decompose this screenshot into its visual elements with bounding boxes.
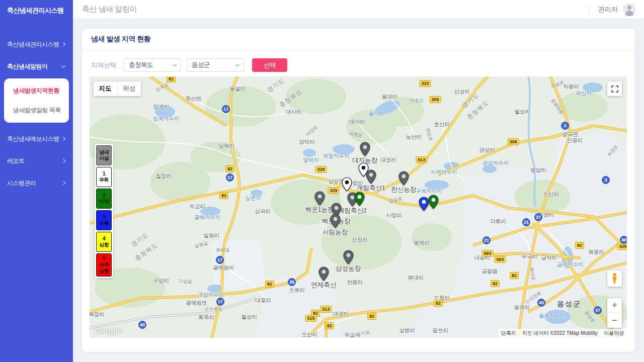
person-icon <box>627 6 631 10</box>
marker-pin-icon <box>360 142 370 157</box>
sidebar-nav: 축산냄새관리시스템축산냄새알림이냄새발생지역현황냄새발생알림 목록축산냄새예보시… <box>0 33 73 194</box>
divider <box>589 5 589 15</box>
marker-pin-icon <box>314 191 325 206</box>
region-select-label: 지역선택 <box>91 61 116 70</box>
marker-pin-icon <box>342 177 352 192</box>
select-button[interactable]: 선택 <box>252 58 287 72</box>
map-data-text: 지도 데이터 ©2022 TMap Mobility <box>522 330 598 337</box>
user-name: 관리자 <box>598 5 618 14</box>
card-title: 냄새 발생 지역 현황 <box>91 35 626 44</box>
sidebar-item-1[interactable]: 축산냄새알림이 <box>0 55 73 77</box>
chevron-down-icon <box>235 62 239 66</box>
sidebar: 축산냄새관리시스템 축산냄새관리시스템축산냄새알림이냄새발생지역현황냄새발생알림… <box>0 0 73 362</box>
marker-pin-icon <box>354 192 365 207</box>
sidebar-item-3[interactable]: 레포트 <box>0 150 73 172</box>
zoom-control: + − <box>607 298 622 328</box>
submenu-item-1[interactable]: 냄새발생알림 목록 <box>4 101 69 120</box>
legend-item-4: 4심함 <box>96 232 112 252</box>
legend-item-3: 3보통 <box>96 210 112 230</box>
marker-pin-icon <box>343 250 354 265</box>
satellite-button[interactable]: 위성 <box>117 81 141 96</box>
fullscreen-button[interactable] <box>607 81 622 96</box>
marker-pin-icon <box>398 171 409 186</box>
content-card: 냄새 발생 지역 현황 지역선택 충청북도 음성군 선택 <box>82 29 635 352</box>
google-logo[interactable]: Google <box>95 326 122 335</box>
map-canvas <box>90 76 627 338</box>
marker-pin-icon <box>419 197 429 212</box>
marker-pin-icon <box>318 266 329 282</box>
legend-item-5: 5아주심함 <box>96 253 112 277</box>
terms-link[interactable]: 이용약관 <box>604 330 624 337</box>
shortcuts-link[interactable]: 단축키 <box>501 330 516 337</box>
marker-pin-icon <box>330 214 341 229</box>
province-select[interactable]: 충청북도 <box>124 58 181 72</box>
map-button[interactable]: 지도 <box>94 81 117 96</box>
pegman-icon <box>611 273 618 284</box>
sidebar-item-2[interactable]: 축산냄새예보시스템 <box>0 128 73 150</box>
zoom-out-button[interactable]: − <box>607 313 622 328</box>
legend-item-1: 1무취 <box>96 167 112 187</box>
map-type-control: 지도 위성 <box>94 81 141 96</box>
district-select[interactable]: 음성군 <box>187 58 244 72</box>
sidebar-item-4[interactable]: 시스템관리 <box>0 172 73 194</box>
map[interactable]: 경기도충청북도경기도충청북도경기도충청북도음성군용설리죽산면장계리대사리용대리대… <box>90 76 627 338</box>
chevron-right-icon <box>61 159 65 163</box>
chevron-down-icon <box>61 63 65 67</box>
region-filter: 지역선택 충청북도 음성군 선택 <box>82 50 635 80</box>
zoom-in-button[interactable]: + <box>607 298 622 313</box>
topbar: 축산 냄새 알림이 관리자 <box>73 0 644 19</box>
chevron-right-icon <box>61 181 65 185</box>
fullscreen-icon <box>611 85 618 93</box>
marker-pin-icon <box>428 195 439 210</box>
chevron-down-icon <box>173 62 177 66</box>
submenu-item-0[interactable]: 냄새발생지역현황 <box>4 81 69 101</box>
submenu-card: 냄새발생지역현황냄새발생알림 목록 <box>4 78 69 123</box>
chevron-right-icon <box>61 137 65 141</box>
odor-legend: 냄새시설1무취2미약3보통4심함5아주심함 <box>95 144 113 278</box>
pegman-button[interactable] <box>607 270 622 287</box>
legend-item-2: 2미약 <box>96 189 112 209</box>
map-attribution: 단축키 지도 데이터 ©2022 TMap Mobility 이용약관 <box>498 329 627 338</box>
main-content: 냄새 발생 지역 현황 지역선택 충청북도 음성군 선택 <box>73 19 644 362</box>
chevron-right-icon <box>61 42 65 46</box>
sidebar-item-0[interactable]: 축산냄새관리시스템 <box>0 33 73 55</box>
sidebar-title: 축산냄새관리시스템 <box>0 0 73 15</box>
marker-pin-icon <box>366 169 376 185</box>
page-title: 축산 냄새 알림이 <box>82 5 137 14</box>
avatar[interactable] <box>623 3 636 16</box>
legend-item-0: 냄새시설 <box>96 145 112 165</box>
